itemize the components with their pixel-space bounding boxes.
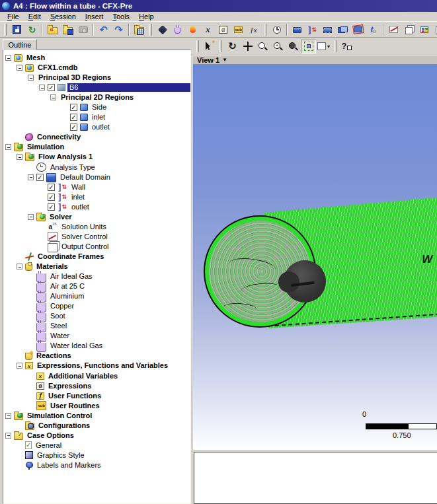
tree-item-expressions-functions-and-variables[interactable]: Expressions, Functions and Variables bbox=[3, 361, 190, 371]
toolbar-button-interface[interactable] bbox=[335, 22, 350, 36]
tree-item-water[interactable]: Water bbox=[3, 331, 190, 341]
expand-toggle[interactable] bbox=[39, 85, 45, 90]
expand-toggle[interactable] bbox=[5, 55, 11, 61]
visibility-checkbox[interactable] bbox=[48, 184, 55, 191]
expand-toggle[interactable] bbox=[28, 174, 34, 180]
tree-item-outlet[interactable]: outlet bbox=[3, 202, 190, 212]
tree-item-coordinate-frames[interactable]: Coordinate Frames bbox=[3, 252, 190, 262]
tree-item-aluminium[interactable]: Aluminium bbox=[3, 291, 190, 301]
tree-item-case-options[interactable]: Case Options bbox=[3, 431, 190, 441]
tree-item-reactions[interactable]: Reactions bbox=[3, 351, 190, 361]
toolbar-button-copy[interactable] bbox=[432, 22, 437, 36]
viewer-button-help[interactable] bbox=[339, 40, 354, 54]
tree-item-solver[interactable]: Solver bbox=[3, 212, 190, 222]
toolbar-button-chart[interactable] bbox=[386, 22, 401, 36]
visibility-checkbox[interactable] bbox=[48, 84, 55, 91]
viewer-button-zoom-area[interactable] bbox=[286, 40, 301, 54]
view-selector[interactable]: View 1 bbox=[197, 56, 219, 64]
menu-tools[interactable]: Tools bbox=[108, 12, 134, 21]
toolbar-button-sub[interactable] bbox=[231, 22, 246, 36]
visibility-checkbox[interactable] bbox=[48, 203, 55, 211]
toolbar-button-import[interactable] bbox=[45, 22, 60, 36]
visibility-checkbox[interactable] bbox=[70, 104, 77, 111]
tree-item-simulation-control[interactable]: Simulation Control bbox=[3, 411, 190, 421]
viewer-button-fit[interactable] bbox=[301, 40, 316, 54]
tree-item-configurations[interactable]: Configurations bbox=[3, 421, 190, 431]
viewer-button-proj[interactable] bbox=[316, 40, 331, 54]
tree-item-materials[interactable]: Materials bbox=[3, 262, 190, 271]
toolbar-button-subdomain[interactable] bbox=[320, 22, 335, 36]
tree-item-additional-variables[interactable]: Additional Variables bbox=[3, 371, 190, 381]
tree-item-general[interactable]: General bbox=[3, 441, 190, 450]
tree-item-copper[interactable]: Copper bbox=[3, 301, 190, 311]
viewer-button-pick[interactable] bbox=[202, 40, 217, 54]
tree-item-labels-and-markers[interactable]: Labels and Markers bbox=[3, 460, 190, 470]
expand-toggle[interactable] bbox=[28, 214, 34, 220]
expand-toggle[interactable] bbox=[5, 144, 11, 150]
tree-item-b6[interactable]: B6 bbox=[3, 83, 190, 92]
toolbar-button-export[interactable] bbox=[60, 22, 75, 36]
menu-edit[interactable]: Edit bbox=[24, 12, 46, 21]
visibility-checkbox[interactable] bbox=[70, 114, 77, 121]
toolbar-button-boundary[interactable] bbox=[305, 22, 320, 36]
toolbar-button-save[interactable] bbox=[9, 22, 24, 36]
menu-insert[interactable]: Insert bbox=[81, 12, 108, 21]
toolbar-button-flask[interactable] bbox=[170, 22, 185, 36]
tree-item-connectivity[interactable]: Connectivity bbox=[3, 132, 190, 142]
menu-help[interactable]: Help bbox=[134, 12, 159, 21]
tree-item-soot[interactable]: Soot bbox=[3, 311, 190, 321]
tree-item-graphics-style[interactable]: Graphics Style bbox=[3, 450, 190, 460]
visibility-checkbox[interactable] bbox=[70, 124, 77, 131]
tree-item-flow-analysis-1[interactable]: Flow Analysis 1 bbox=[3, 152, 190, 162]
toolbar-button-flame[interactable] bbox=[185, 22, 200, 36]
toolbar-button-init[interactable] bbox=[366, 22, 381, 36]
tree-item-steel[interactable]: Steel bbox=[3, 321, 190, 331]
tree-item-user-routines[interactable]: User Routines bbox=[3, 401, 190, 411]
menu-session[interactable]: Session bbox=[46, 12, 81, 21]
toolbar-button-fx[interactable] bbox=[246, 22, 261, 36]
expand-toggle[interactable] bbox=[5, 433, 11, 439]
tree-item-solver-control[interactable]: Solver Control bbox=[3, 232, 190, 242]
expand-toggle[interactable] bbox=[17, 363, 22, 369]
toolbar-button-output[interactable] bbox=[401, 22, 417, 36]
tree-item-air-at-25-c[interactable]: Air at 25 C bbox=[3, 281, 190, 291]
toolbar-button-source[interactable] bbox=[350, 22, 366, 36]
tree-item-expressions[interactable]: Expressions bbox=[3, 381, 190, 391]
toolbar-button-alpha[interactable] bbox=[216, 22, 231, 36]
toolbar-button-undo[interactable] bbox=[96, 22, 111, 36]
viewport-3d[interactable]: W 0 0.750 bbox=[193, 64, 437, 450]
expand-toggle[interactable] bbox=[50, 94, 56, 100]
tree-item-default-domain[interactable]: Default Domain bbox=[3, 172, 190, 182]
viewer-button-zoom-in[interactable] bbox=[270, 40, 286, 54]
toolbar-button-redo[interactable] bbox=[111, 22, 126, 36]
expand-toggle[interactable] bbox=[17, 154, 22, 160]
chevron-down-icon[interactable]: ▼ bbox=[222, 57, 227, 63]
tree-item-outlet[interactable]: outlet bbox=[3, 122, 190, 132]
tree-item-wall[interactable]: Wall bbox=[3, 182, 190, 192]
tree-item-mesh[interactable]: Mesh bbox=[3, 53, 190, 63]
expand-toggle[interactable] bbox=[17, 264, 22, 270]
viewer-button-pan[interactable] bbox=[240, 40, 255, 54]
tree-item-solution-units[interactable]: Solution Units bbox=[3, 222, 190, 232]
tree-item-cfx1-cmdb[interactable]: CFX1.cmdb bbox=[3, 63, 190, 73]
toolbar-button-domain[interactable] bbox=[290, 22, 305, 36]
expand-toggle[interactable] bbox=[5, 413, 11, 419]
tree-item-principal-2d-regions[interactable]: Principal 2D Regions bbox=[3, 92, 190, 102]
menu-file[interactable]: File bbox=[3, 12, 24, 21]
toolbar-button-clock[interactable] bbox=[269, 22, 284, 36]
tree-item-principal-3d-regions[interactable]: Principal 3D Regions bbox=[3, 73, 190, 83]
toolbar-button-case-folder[interactable] bbox=[132, 22, 147, 36]
tree-item-water-ideal-gas[interactable]: Water Ideal Gas bbox=[3, 341, 190, 351]
expand-toggle[interactable] bbox=[17, 65, 22, 71]
tree-item-simulation[interactable]: Simulation bbox=[3, 142, 190, 152]
toolbar-button-exec[interactable] bbox=[417, 22, 432, 36]
toolbar-button-reload[interactable] bbox=[24, 22, 40, 36]
visibility-checkbox[interactable] bbox=[48, 194, 55, 201]
tree-item-output-control[interactable]: Output Control bbox=[3, 242, 190, 252]
toolbar-button-chi[interactable] bbox=[200, 22, 216, 36]
toolbar-button-spinner[interactable] bbox=[155, 22, 170, 36]
toolbar-button-snapshot[interactable] bbox=[75, 22, 91, 36]
tab-outline[interactable]: Outline bbox=[3, 39, 37, 50]
tree-item-inlet[interactable]: inlet bbox=[3, 192, 190, 202]
expand-toggle[interactable] bbox=[28, 75, 34, 81]
